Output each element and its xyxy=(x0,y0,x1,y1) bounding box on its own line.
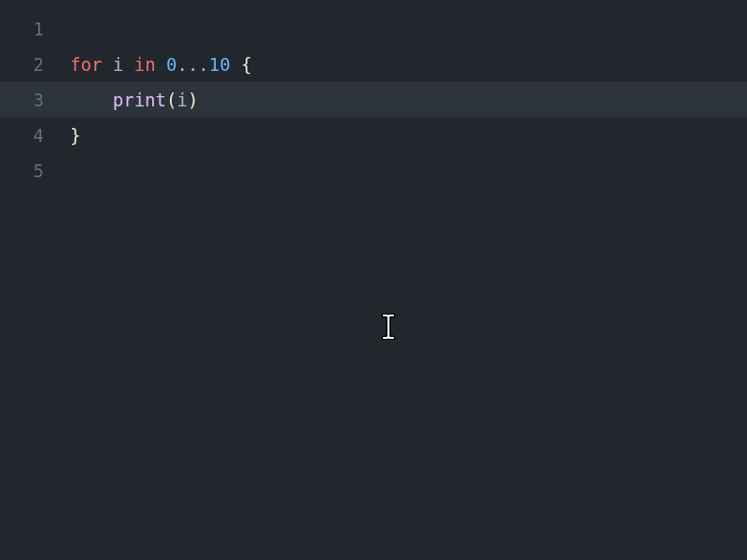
paren-open: ( xyxy=(166,90,176,110)
range-operator: ... xyxy=(176,54,208,75)
line-content[interactable]: for i in 0...10 { xyxy=(70,47,252,82)
whitespace xyxy=(123,54,134,75)
code-line[interactable]: 4 } xyxy=(0,118,747,153)
paren-close: ) xyxy=(188,90,198,110)
keyword-in: in xyxy=(134,54,156,75)
brace-close: } xyxy=(70,125,80,146)
variable: i xyxy=(113,54,123,75)
code-line[interactable]: 2 for i in 0...10 { xyxy=(0,47,747,82)
whitespace xyxy=(70,90,113,110)
whitespace xyxy=(156,54,166,75)
keyword-for: for xyxy=(70,54,102,75)
line-number: 2 xyxy=(0,47,70,82)
whitespace xyxy=(231,54,241,75)
brace-open: { xyxy=(241,54,251,75)
line-number: 4 xyxy=(0,118,70,153)
code-line[interactable]: 5 xyxy=(0,153,747,189)
code-line-active[interactable]: 3 print(i) xyxy=(0,82,747,118)
line-content[interactable]: print(i) xyxy=(70,82,198,118)
code-line[interactable]: 1 xyxy=(0,11,747,47)
argument: i xyxy=(176,90,187,110)
function-call: print xyxy=(113,90,166,110)
number-literal: 0 xyxy=(166,54,176,75)
line-number: 3 xyxy=(0,82,70,118)
line-number: 5 xyxy=(0,153,70,189)
line-content[interactable]: } xyxy=(70,118,80,153)
whitespace xyxy=(102,54,112,75)
code-editor[interactable]: 1 2 for i in 0...10 { 3 print(i) 4 } 5 xyxy=(0,0,747,560)
number-literal: 10 xyxy=(209,54,231,75)
line-number: 1 xyxy=(0,11,70,47)
